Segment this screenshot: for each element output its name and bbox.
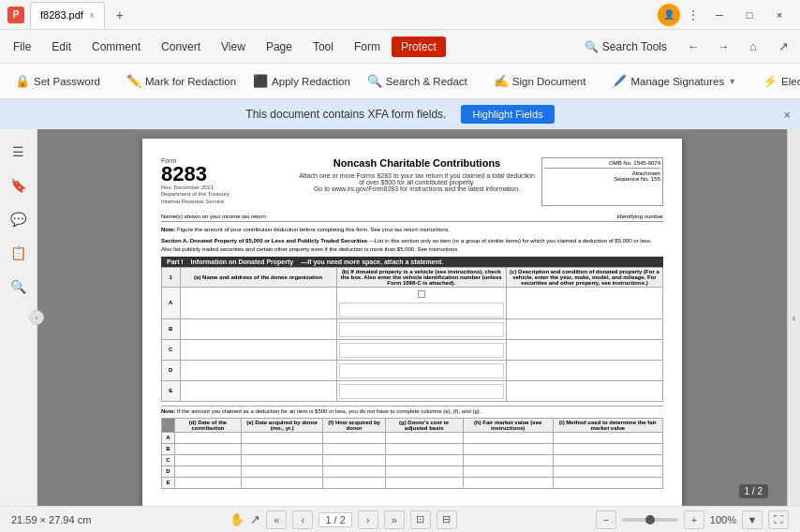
lock-icon: 🔒 bbox=[15, 74, 30, 88]
identifying-label: Identifying number bbox=[617, 214, 663, 219]
section-a: Section A. Donated Property of $5,000 or… bbox=[161, 237, 663, 253]
sidebar-icon-menu[interactable]: ☰ bbox=[4, 137, 34, 167]
row2-label-d: D bbox=[162, 466, 175, 477]
row-a-desc bbox=[506, 287, 662, 318]
sidebar-icon-search[interactable]: 🔍 bbox=[4, 272, 34, 302]
menu-tool[interactable]: Tool bbox=[304, 37, 343, 57]
zoom-thumb[interactable] bbox=[645, 515, 655, 525]
search-tools-btn[interactable]: 🔍 Search Tools bbox=[575, 37, 676, 57]
menu-edit[interactable]: Edit bbox=[42, 37, 81, 57]
form-note1: Note: Figure the amount of your contribu… bbox=[161, 226, 663, 233]
menu-file[interactable]: File bbox=[4, 37, 40, 57]
dimensions-label: 21.59 × 27.94 cm bbox=[11, 514, 91, 525]
row-e-vehicle bbox=[336, 380, 506, 401]
new-tab-btn[interactable]: + bbox=[109, 4, 131, 26]
electro-btn[interactable]: ⚡ Electro... bbox=[755, 70, 800, 92]
nav-forward-btn[interactable]: → bbox=[710, 34, 736, 60]
sidebar-icon-comment[interactable]: 💬 bbox=[4, 204, 34, 234]
row2-c-method bbox=[553, 454, 662, 466]
bottom-note-bold: Note: bbox=[161, 408, 175, 414]
part-header: Part I Information on Donated Property —… bbox=[161, 257, 663, 267]
page-count-badge: 1 / 2 bbox=[739, 484, 768, 498]
row2-label-b: B bbox=[162, 443, 175, 454]
maximize-btn[interactable]: □ bbox=[736, 5, 763, 25]
search-icon: 🔍 bbox=[585, 40, 599, 53]
row2-d-method bbox=[553, 466, 662, 477]
menu-comment[interactable]: Comment bbox=[82, 37, 150, 57]
apply-redaction-label: Apply Redaction bbox=[272, 76, 350, 87]
col-a-header: (a) Name and address of the donee organi… bbox=[180, 267, 336, 287]
menu-convert[interactable]: Convert bbox=[152, 37, 210, 57]
bottom-note-text: If the amount you claimed as a deduction… bbox=[177, 408, 481, 414]
sidebar-icon-bookmark[interactable]: 🔖 bbox=[4, 170, 34, 200]
row2-b-fmv bbox=[463, 443, 553, 454]
tab-close-btn[interactable]: × bbox=[89, 10, 95, 21]
sidebar-expand-btn[interactable]: › bbox=[29, 310, 44, 325]
menu-view[interactable]: View bbox=[212, 37, 255, 57]
row2-b-cost bbox=[385, 443, 463, 454]
table2-row-a: A bbox=[162, 432, 663, 443]
electro-icon: ⚡ bbox=[763, 74, 778, 88]
sidebar-icon-pages[interactable]: 📋 bbox=[4, 238, 34, 268]
menu-page[interactable]: Page bbox=[257, 37, 302, 57]
search-redact-btn[interactable]: 🔍 Search & Redact bbox=[360, 70, 475, 92]
row2-e-how bbox=[323, 477, 385, 488]
part-title: Information on Donated Property bbox=[191, 259, 294, 265]
nav-home-btn[interactable]: ⌂ bbox=[740, 34, 766, 60]
prev-page-btn[interactable]: ‹ bbox=[292, 510, 313, 529]
fit-page-btn[interactable]: ⊡ bbox=[410, 510, 431, 529]
contribution-details-table: (d) Date of the contribution (e) Date ac… bbox=[161, 418, 663, 489]
table-row-d: D bbox=[162, 360, 663, 380]
zoom-out-btn[interactable]: − bbox=[596, 510, 616, 529]
manage-signatures-btn[interactable]: 🖊️ Manage Signatures ▼ bbox=[604, 70, 744, 92]
right-sidebar-toggle[interactable]: ‹ bbox=[787, 129, 800, 506]
row-a-vehicle bbox=[336, 287, 506, 318]
form-dept: Department of the Treasury Internal Reve… bbox=[161, 190, 292, 206]
menu-form[interactable]: Form bbox=[345, 37, 390, 57]
search-redact-label: Search & Redact bbox=[386, 76, 467, 87]
profile-icon[interactable]: 👤 bbox=[658, 4, 680, 26]
col-f-header: (f) How acquired by donor bbox=[323, 418, 385, 432]
toolbar: 🔒 Set Password ✏️ Mark for Redaction ⬛ A… bbox=[0, 64, 800, 99]
zoom-dropdown-btn[interactable]: ▼ bbox=[742, 510, 763, 529]
row-e-desc bbox=[506, 380, 662, 401]
select-tool-btn[interactable]: ↗ bbox=[250, 512, 260, 526]
first-page-btn[interactable]: « bbox=[266, 510, 287, 529]
row2-a-date bbox=[175, 432, 242, 443]
mark-redaction-btn[interactable]: ✏️ Mark for Redaction bbox=[119, 70, 244, 92]
form-header-right: OMB No. 1545-0074 Attachment Sequence No… bbox=[541, 157, 663, 206]
pdf-tab[interactable]: f8283.pdf × bbox=[30, 2, 105, 28]
zoom-in-btn[interactable]: + bbox=[684, 510, 704, 529]
row2-a-acquired bbox=[242, 432, 323, 443]
banner-close-btn[interactable]: × bbox=[783, 108, 791, 122]
hand-tool-btn[interactable]: ✋ bbox=[230, 512, 244, 526]
fullscreen-btn[interactable]: ⛶ bbox=[768, 510, 789, 529]
apply-redaction-btn[interactable]: ⬛ Apply Redaction bbox=[245, 70, 358, 92]
section-a-title: Section A. Donated Property of $5,000 or… bbox=[161, 238, 367, 244]
status-bar-right: − + 100% ▼ ⛶ bbox=[596, 510, 789, 529]
set-password-btn[interactable]: 🔒 Set Password bbox=[7, 70, 108, 92]
table2-row-c: C bbox=[162, 454, 663, 466]
row2-c-cost bbox=[385, 454, 463, 466]
highlight-fields-btn[interactable]: Highlight Fields bbox=[461, 105, 554, 124]
title-bar-left: P f8283.pdf × + bbox=[7, 2, 658, 28]
row-b-vehicle bbox=[336, 318, 506, 339]
row2-label-a: A bbox=[162, 432, 175, 443]
form-header: Form 8283 Rev. December 2021 Department … bbox=[161, 157, 663, 206]
table2-row-b: B bbox=[162, 443, 663, 454]
fit-width-btn[interactable]: ⊟ bbox=[437, 510, 457, 529]
status-bar: 21.59 × 27.94 cm ✋ ↗ « ‹ 1 / 2 › » ⊡ ⊟ −… bbox=[0, 506, 800, 532]
menu-protect[interactable]: Protect bbox=[392, 37, 446, 57]
close-btn[interactable]: × bbox=[766, 5, 793, 25]
sign-document-btn[interactable]: ✍️ Sign Document bbox=[486, 70, 594, 92]
title-bar: P f8283.pdf × + 👤 ⋮ ─ □ × bbox=[0, 0, 800, 30]
minimize-btn[interactable]: ─ bbox=[706, 5, 733, 25]
next-page-btn[interactable]: › bbox=[358, 510, 378, 529]
signature-icon: 🖊️ bbox=[612, 74, 627, 88]
last-page-btn[interactable]: » bbox=[384, 510, 405, 529]
xfa-banner: This document contains XFA form fields. … bbox=[0, 99, 800, 129]
pdf-area[interactable]: Form 8283 Rev. December 2021 Department … bbox=[37, 129, 787, 506]
nav-share-btn[interactable]: ↗ bbox=[770, 34, 796, 60]
nav-back-btn[interactable]: ← bbox=[680, 34, 706, 60]
zoom-slider[interactable] bbox=[622, 518, 678, 522]
